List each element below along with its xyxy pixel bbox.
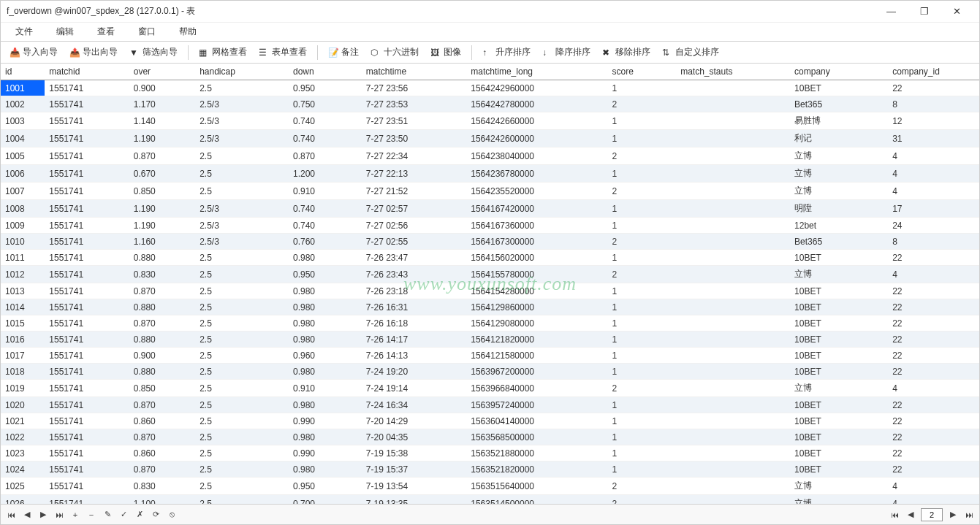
cell-company_id[interactable]: 22 bbox=[888, 250, 979, 266]
cell-id[interactable]: 1010 bbox=[1, 234, 45, 250]
cell-over[interactable]: 0.860 bbox=[129, 445, 195, 461]
cell-matchtime[interactable]: 7-19 15:38 bbox=[362, 445, 466, 461]
table-row[interactable]: 100815517411.1902.5/30.7407-27 02:571564… bbox=[1, 200, 979, 218]
cell-company_id[interactable]: 12 bbox=[888, 112, 979, 130]
cell-id[interactable]: 1001 bbox=[1, 80, 45, 96]
minimize-button[interactable]: — bbox=[875, 1, 908, 22]
menu-window[interactable]: 窗口 bbox=[126, 23, 167, 41]
table-row[interactable]: 102315517410.8602.50.9907-19 15:38156352… bbox=[1, 445, 979, 461]
cell-score[interactable]: 1 bbox=[608, 315, 677, 332]
table-row[interactable]: 102415517410.8702.50.9807-19 15:37156352… bbox=[1, 461, 979, 478]
cell-score[interactable]: 2 bbox=[608, 183, 677, 200]
col-company_id[interactable]: company_id bbox=[888, 64, 979, 80]
cell-company_id[interactable]: 22 bbox=[888, 283, 979, 299]
menu-file[interactable]: 文件 bbox=[4, 23, 45, 41]
cell-down[interactable]: 0.740 bbox=[289, 200, 362, 218]
cell-matchtime[interactable]: 7-27 23:53 bbox=[362, 96, 466, 112]
col-match_stauts[interactable]: match_stauts bbox=[676, 64, 790, 80]
nav-commit-button[interactable]: ✓ bbox=[118, 509, 129, 521]
cell-score[interactable]: 1 bbox=[608, 461, 677, 478]
cell-company[interactable]: 10BET bbox=[790, 364, 888, 380]
cell-company[interactable]: 10BET bbox=[790, 250, 888, 266]
cell-company[interactable]: 10BET bbox=[790, 461, 888, 478]
cell-handicap[interactable]: 2.5 bbox=[195, 461, 289, 478]
table-row[interactable]: 102515517410.8302.50.9507-19 13:54156351… bbox=[1, 478, 979, 495]
table-row[interactable]: 100915517411.1902.5/30.7407-27 02:561564… bbox=[1, 218, 979, 234]
cell-company[interactable]: 10BET bbox=[790, 80, 888, 96]
cell-down[interactable]: 0.740 bbox=[289, 218, 362, 234]
col-handicap[interactable]: handicap bbox=[195, 64, 289, 80]
cell-match_stauts[interactable] bbox=[676, 332, 790, 348]
remove-sort-button[interactable]: ✖移除排序 bbox=[598, 44, 655, 61]
cell-id[interactable]: 1009 bbox=[1, 218, 45, 234]
table-row[interactable]: 101315517410.8702.50.9807-26 23:18156415… bbox=[1, 283, 979, 299]
cell-down[interactable]: 0.910 bbox=[289, 380, 362, 397]
menu-view[interactable]: 查看 bbox=[86, 23, 126, 41]
cell-matchtime_long[interactable]: 1564242600000 bbox=[466, 130, 607, 147]
cell-score[interactable]: 2 bbox=[608, 478, 677, 495]
cell-company_id[interactable]: 8 bbox=[888, 234, 979, 250]
cell-match_stauts[interactable] bbox=[676, 80, 790, 96]
cell-matchid[interactable]: 1551741 bbox=[45, 332, 129, 348]
cell-id[interactable]: 1006 bbox=[1, 165, 45, 183]
cell-matchid[interactable]: 1551741 bbox=[45, 461, 129, 478]
cell-score[interactable]: 1 bbox=[608, 299, 677, 315]
cell-matchtime[interactable]: 7-19 13:35 bbox=[362, 495, 466, 505]
cell-company_id[interactable]: 22 bbox=[888, 299, 979, 315]
cell-handicap[interactable]: 2.5 bbox=[195, 266, 289, 283]
page-input[interactable] bbox=[921, 508, 943, 521]
cell-company[interactable]: 立博 bbox=[790, 165, 888, 183]
cell-company_id[interactable]: 4 bbox=[888, 380, 979, 397]
cell-company_id[interactable]: 22 bbox=[888, 364, 979, 380]
cell-company[interactable]: 明陞 bbox=[790, 200, 888, 218]
cell-over[interactable]: 0.870 bbox=[129, 397, 195, 413]
table-row[interactable]: 100615517410.6702.51.2007-27 22:13156423… bbox=[1, 165, 979, 183]
cell-matchtime_long[interactable]: 1563967200000 bbox=[466, 364, 607, 380]
cell-match_stauts[interactable] bbox=[676, 413, 790, 429]
cell-matchtime[interactable]: 7-26 23:43 bbox=[362, 266, 466, 283]
cell-matchid[interactable]: 1551741 bbox=[45, 183, 129, 200]
table-row[interactable]: 101815517410.8802.50.9807-24 19:20156396… bbox=[1, 364, 979, 380]
table-row[interactable]: 100415517411.1902.5/30.7407-27 23:501564… bbox=[1, 130, 979, 147]
cell-id[interactable]: 1020 bbox=[1, 397, 45, 413]
cell-matchtime_long[interactable]: 1563966840000 bbox=[466, 380, 607, 397]
col-down[interactable]: down bbox=[289, 64, 362, 80]
cell-match_stauts[interactable] bbox=[676, 348, 790, 364]
cell-matchtime_long[interactable]: 1563957240000 bbox=[466, 397, 607, 413]
cell-handicap[interactable]: 2.5/3 bbox=[195, 96, 289, 112]
cell-company_id[interactable]: 22 bbox=[888, 348, 979, 364]
cell-over[interactable]: 0.860 bbox=[129, 413, 195, 429]
table-row[interactable]: 100715517410.8502.50.9107-27 21:52156423… bbox=[1, 183, 979, 200]
cell-matchid[interactable]: 1551741 bbox=[45, 96, 129, 112]
cell-handicap[interactable]: 2.5 bbox=[195, 80, 289, 96]
cell-matchtime[interactable]: 7-27 22:34 bbox=[362, 147, 466, 165]
cell-id[interactable]: 1017 bbox=[1, 348, 45, 364]
cell-id[interactable]: 1004 bbox=[1, 130, 45, 147]
cell-score[interactable]: 1 bbox=[608, 332, 677, 348]
cell-company_id[interactable]: 8 bbox=[888, 96, 979, 112]
cell-over[interactable]: 0.880 bbox=[129, 332, 195, 348]
cell-handicap[interactable]: 2.5 bbox=[195, 183, 289, 200]
cell-down[interactable]: 0.740 bbox=[289, 112, 362, 130]
cell-matchtime[interactable]: 7-26 14:17 bbox=[362, 332, 466, 348]
cell-company[interactable]: 10BET bbox=[790, 299, 888, 315]
cell-handicap[interactable]: 2.5/3 bbox=[195, 112, 289, 130]
col-matchtime_long[interactable]: matchtime_long bbox=[466, 64, 607, 80]
nav-prev-button[interactable]: ◀ bbox=[21, 509, 33, 521]
cell-down[interactable]: 0.950 bbox=[289, 266, 362, 283]
cell-matchtime[interactable]: 7-27 23:51 bbox=[362, 112, 466, 130]
cell-matchtime[interactable]: 7-20 14:29 bbox=[362, 413, 466, 429]
cell-matchtime[interactable]: 7-27 21:52 bbox=[362, 183, 466, 200]
table-row[interactable]: 101515517410.8702.50.9807-26 16:18156412… bbox=[1, 315, 979, 332]
col-matchtime[interactable]: matchtime bbox=[362, 64, 466, 80]
cell-matchid[interactable]: 1551741 bbox=[45, 478, 129, 495]
table-row[interactable]: 101915517410.8502.50.9107-24 19:14156396… bbox=[1, 380, 979, 397]
cell-match_stauts[interactable] bbox=[676, 495, 790, 505]
cell-handicap[interactable]: 2.5 bbox=[195, 364, 289, 380]
cell-handicap[interactable]: 2.5 bbox=[195, 332, 289, 348]
cell-matchid[interactable]: 1551741 bbox=[45, 397, 129, 413]
cell-id[interactable]: 1008 bbox=[1, 200, 45, 218]
cell-company[interactable]: 10BET bbox=[790, 445, 888, 461]
cell-handicap[interactable]: 2.5 bbox=[195, 445, 289, 461]
cell-matchtime_long[interactable]: 1564129860000 bbox=[466, 299, 607, 315]
